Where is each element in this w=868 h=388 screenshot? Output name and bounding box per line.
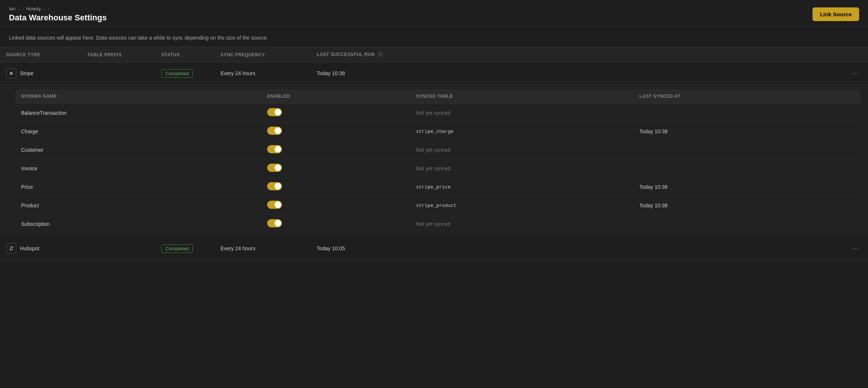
toggle-invoice[interactable] [267, 164, 282, 172]
hubspot-actions-cell: ⋯ [735, 238, 868, 260]
breadcrumb: Ian ⌄ / Howdy ⌄ / [9, 6, 107, 11]
col-table-prefix: Table Prefix [81, 47, 155, 63]
col-last-synced-at: Last Synced At [633, 89, 861, 104]
page-title: Data Warehouse Settings [9, 13, 107, 23]
col-schema-name: Schema Name [15, 89, 261, 104]
last-synced-charge: Today 10:38 [633, 122, 861, 141]
schema-name-balance: BalanceTransaction [15, 104, 261, 122]
toggle-product[interactable] [267, 201, 282, 209]
schema-name-product: Product [15, 196, 261, 215]
table-row: Price stripe_price Today 10:38 [15, 178, 861, 196]
hubspot-source-name: ⇵ Hubspot [6, 243, 75, 254]
toggle-customer[interactable] [267, 145, 282, 153]
breadcrumb-separator-2: / [48, 6, 49, 11]
last-synced-product: Today 10:38 [633, 196, 861, 215]
header: Ian ⌄ / Howdy ⌄ / Data Warehouse Setting… [0, 0, 868, 27]
table-row: ✖ Stripe Completed Every 24 hours Today … [0, 63, 868, 84]
last-synced-price: Today 10:38 [633, 178, 861, 196]
stripe-sync-cell: Every 24 hours [215, 63, 311, 84]
schema-name-customer: Customer [15, 141, 261, 159]
toggle-balance[interactable] [267, 108, 282, 116]
breadcrumb-howdy-label: Howdy [26, 6, 41, 11]
breadcrumb-separator-1: / [23, 6, 24, 11]
synced-price: stripe_price [410, 178, 633, 196]
synced-balance: Not yet synced [410, 104, 633, 122]
col-source-type: Source Type [0, 47, 81, 63]
synced-table-name: stripe_product [416, 203, 456, 208]
schema-name-subscription: Subscription [15, 215, 261, 233]
schema-name-invoice: Invoice [15, 159, 261, 178]
synced-product: stripe_product [410, 196, 633, 215]
not-synced-label: Not yet synced [416, 147, 450, 153]
synced-subscription: Not yet synced [410, 215, 633, 233]
col-last-successful-run: Last Successful Run ⓘ [311, 47, 735, 63]
enabled-customer [261, 141, 410, 159]
chevron-down-icon: ⌄ [17, 6, 20, 11]
last-synced-subscription [633, 215, 861, 233]
col-sync-frequency: Sync Frequency [215, 47, 311, 63]
enabled-charge [261, 122, 410, 141]
stripe-schema-body: BalanceTransaction Not yet synced Charge… [15, 104, 861, 233]
hubspot-more-button[interactable]: ⋯ [850, 243, 862, 254]
breadcrumb-ian-label: Ian [9, 6, 16, 11]
toggle-subscription[interactable] [267, 219, 282, 227]
schema-name-price: Price [15, 178, 261, 196]
enabled-subscription [261, 215, 410, 233]
stripe-actions-cell: ⋯ [735, 63, 868, 84]
stripe-status-cell: Completed [155, 63, 215, 84]
schema-name-charge: Charge [15, 122, 261, 141]
stripe-last-run-cell: Today 10:38 [311, 63, 735, 84]
stripe-label: Stripe [20, 70, 34, 76]
last-synced-customer [633, 141, 861, 159]
table-row: Charge stripe_charge Today 10:38 [15, 122, 861, 141]
hubspot-sync-cell: Every 24 hours [215, 238, 311, 260]
stripe-collapse-button[interactable]: ✖ [6, 68, 16, 78]
stripe-more-button[interactable]: ⋯ [850, 68, 862, 79]
hubspot-status-cell: Completed [155, 238, 215, 260]
table-row: Subscription Not yet synced [15, 215, 861, 233]
chevron-down-icon-2: ⌄ [42, 6, 46, 11]
hubspot-source-cell: ⇵ Hubspot [0, 238, 81, 260]
stripe-source-cell: ✖ Stripe [0, 63, 81, 84]
link-source-button[interactable]: Link Source [813, 7, 859, 21]
not-synced-label: Not yet synced [416, 110, 450, 116]
synced-charge: stripe_charge [410, 122, 633, 141]
synced-table-name: stripe_charge [416, 129, 453, 134]
stripe-source-name: ✖ Stripe [6, 68, 75, 78]
breadcrumb-howdy[interactable]: Howdy ⌄ [26, 6, 46, 11]
table-row: ⇵ Hubspot Completed Every 24 hours Today… [0, 238, 868, 260]
header-left: Ian ⌄ / Howdy ⌄ / Data Warehouse Setting… [9, 6, 107, 23]
stripe-inner-wrapper: Schema Name Enabled Synced Table Last Sy… [0, 84, 868, 238]
stripe-expanded-cell: Schema Name Enabled Synced Table Last Sy… [0, 84, 868, 238]
table-row: Product stripe_product Today 10:38 [15, 196, 861, 215]
stripe-schema-table: Schema Name Enabled Synced Table Last Sy… [15, 89, 861, 233]
table-row: BalanceTransaction Not yet synced [15, 104, 861, 122]
sources-table: Source Type Table Prefix Status Sync Fre… [0, 47, 868, 260]
page-description: Linked data sources will appear here. Da… [0, 27, 868, 47]
last-synced-balance [633, 104, 861, 122]
hubspot-expand-button[interactable]: ⇵ [6, 243, 16, 254]
sources-table-header: Source Type Table Prefix Status Sync Fre… [0, 47, 868, 63]
stripe-schema-header: Schema Name Enabled Synced Table Last Sy… [15, 89, 861, 104]
enabled-balance [261, 104, 410, 122]
stripe-status-badge: Completed [161, 69, 193, 78]
breadcrumb-ian[interactable]: Ian ⌄ [9, 6, 20, 11]
col-enabled: Enabled [261, 89, 410, 104]
info-icon: ⓘ [378, 52, 383, 57]
stripe-prefix-cell [81, 63, 155, 84]
toggle-price[interactable] [267, 182, 282, 190]
not-synced-label: Not yet synced [416, 221, 450, 227]
synced-invoice: Not yet synced [410, 159, 633, 178]
table-row: Invoice Not yet synced [15, 159, 861, 178]
col-actions [735, 47, 868, 63]
stripe-expanded-row: Schema Name Enabled Synced Table Last Sy… [0, 84, 868, 238]
col-synced-table: Synced Table [410, 89, 633, 104]
synced-table-name: stripe_price [416, 184, 451, 190]
hubspot-status-badge: Completed [161, 244, 193, 253]
hubspot-prefix-cell [81, 238, 155, 260]
not-synced-label: Not yet synced [416, 165, 450, 171]
hubspot-last-run-cell: Today 10:05 [311, 238, 735, 260]
toggle-charge[interactable] [267, 127, 282, 135]
last-synced-invoice [633, 159, 861, 178]
enabled-price [261, 178, 410, 196]
